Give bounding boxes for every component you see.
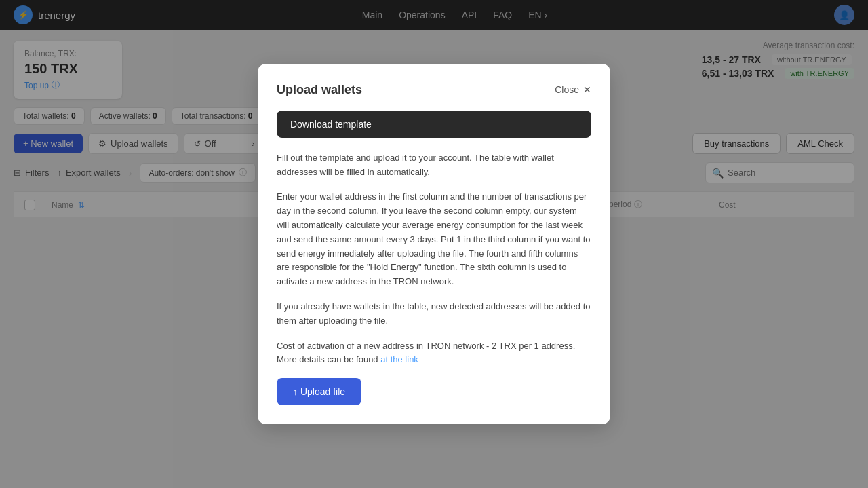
modal-text2: Enter your wallet address in the first c… bbox=[277, 190, 591, 289]
at-the-link[interactable]: at the link bbox=[380, 354, 418, 364]
modal-text3: If you already have wallets in the table… bbox=[277, 300, 591, 329]
upload-file-button[interactable]: ↑ Upload file bbox=[277, 378, 361, 405]
modal-text1: Fill out the template and upload it to y… bbox=[277, 151, 591, 180]
download-template-button[interactable]: Download template bbox=[277, 111, 591, 138]
modal-title: Upload wallets bbox=[277, 83, 362, 97]
modal-header: Upload wallets Close ✕ bbox=[277, 83, 591, 97]
modal-close-button[interactable]: Close ✕ bbox=[555, 84, 591, 95]
modal-text4: Cost of activation of a new address in T… bbox=[277, 339, 591, 368]
close-icon: ✕ bbox=[583, 84, 591, 95]
modal-overlay[interactable]: Upload wallets Close ✕ Download template… bbox=[0, 0, 868, 488]
upload-wallets-modal: Upload wallets Close ✕ Download template… bbox=[258, 64, 610, 424]
